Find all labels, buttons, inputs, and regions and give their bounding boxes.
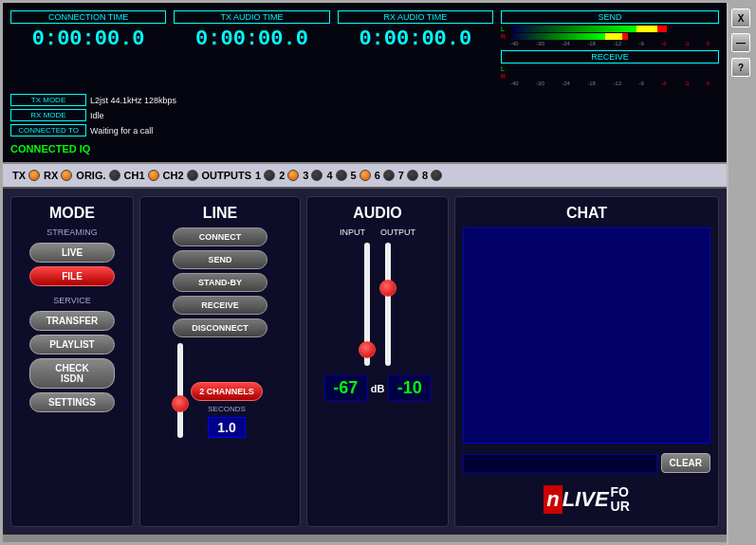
nav-out4-label: 4: [326, 170, 332, 181]
input-slider-track[interactable]: [364, 243, 370, 366]
audio-db-row: -67 dB -10: [324, 375, 432, 401]
nav-ch2[interactable]: CH2: [163, 170, 198, 181]
nav-out5-dot: [360, 170, 371, 181]
line-slider-container: [177, 343, 183, 438]
nav-out6-label: 6: [375, 170, 380, 181]
output-label: OUTPUT: [380, 227, 415, 237]
line-bottom-right: 2 CHANNELS SECONDS 1.0: [191, 382, 263, 438]
transfer-button[interactable]: TRANSFER: [29, 311, 115, 331]
rx-mode-row: RX MODE Idle: [10, 109, 314, 121]
tx-audio-time-value: 0:00:00.0: [195, 27, 308, 51]
logo-area: n LIVE FO UR: [544, 481, 630, 518]
send-button[interactable]: SEND: [173, 250, 267, 269]
logo-n: n: [544, 485, 562, 514]
nav-out1-dot: [264, 170, 275, 181]
connected-to-val: Waiting for a call: [90, 126, 153, 136]
nav-out8[interactable]: 8: [422, 170, 442, 181]
nav-ch1[interactable]: CH1: [124, 170, 159, 181]
input-label: INPUT: [340, 227, 365, 237]
playlist-button[interactable]: PLAYLIST: [29, 335, 115, 354]
nav-out7-dot: [407, 170, 418, 181]
receive-ch-r: R: [501, 73, 510, 80]
audio-panel-title: AUDIO: [353, 205, 402, 222]
tx-audio-time-block: TX AUDIO TIME 0:00:00.0: [174, 10, 329, 51]
logo-four: FO UR: [611, 485, 630, 515]
nav-rx-dot: [61, 170, 72, 181]
seconds-value: 1.0: [208, 417, 246, 438]
nav-out6-dot: [383, 170, 395, 181]
nav-out1-label: 1: [255, 170, 261, 181]
nav-tx[interactable]: TX: [12, 170, 40, 181]
connect-button[interactable]: CONNECT: [173, 227, 267, 246]
connected-to-row: CONNECTED TO Waiting for a call: [10, 124, 314, 136]
nav-out3[interactable]: 3: [303, 170, 323, 181]
nav-out8-label: 8: [422, 170, 428, 181]
connection-time-block: CONNECTION TIME 0:00:00.0: [10, 10, 166, 51]
nav-orig[interactable]: ORIG.: [76, 170, 120, 181]
help-button[interactable]: ?: [731, 58, 750, 77]
content-area: MODE STREAMING LIVE FILE SERVICE TRANSFE…: [3, 189, 727, 535]
seconds-label: SECONDS: [208, 405, 246, 413]
rx-mode-val: Idle: [90, 111, 104, 120]
nav-outputs[interactable]: OUTPUTS: [202, 170, 252, 181]
line-slider-track[interactable]: [177, 343, 183, 438]
connection-time-value: 0:00:00.0: [32, 27, 145, 51]
nav-out1[interactable]: 1: [255, 170, 275, 181]
line-slider-knob[interactable]: [172, 395, 189, 412]
disconnect-button[interactable]: DISCONNECT: [173, 318, 267, 337]
streaming-label: STREAMING: [46, 227, 98, 237]
nav-ch2-label: CH2: [163, 170, 184, 181]
nav-out6[interactable]: 6: [375, 170, 395, 181]
nav-bar: TX RX ORIG. CH1 CH2 OUTPUTS: [3, 162, 727, 189]
clear-button[interactable]: CLEAR: [661, 453, 710, 473]
nav-out2-label: 2: [279, 170, 285, 181]
settings-button[interactable]: SETTINGS: [29, 392, 115, 412]
chat-input[interactable]: [463, 454, 657, 473]
tx-audio-time-label: TX AUDIO TIME: [174, 10, 329, 24]
line-buttons: CONNECT SEND STAND-BY RECEIVE DISCONNECT: [173, 227, 267, 337]
service-section: SERVICE TRANSFER PLAYLIST CHECK ISDN SET…: [19, 296, 125, 414]
nav-ch1-label: CH1: [124, 170, 145, 181]
file-button[interactable]: FILE: [29, 266, 115, 286]
input-slider-knob[interactable]: [359, 341, 376, 358]
rx-audio-time-block: RX AUDIO TIME 0:00:00.0: [338, 10, 493, 51]
output-slider-track[interactable]: [385, 243, 391, 366]
connected-iq-label: CONNECTED IQ: [10, 143, 314, 154]
channels-button[interactable]: 2 CHANNELS: [191, 382, 263, 401]
output-slider-knob[interactable]: [379, 280, 396, 297]
connected-to-key: CONNECTED TO: [10, 124, 86, 136]
send-meter-label: SEND: [501, 10, 719, 24]
nav-orig-label: ORIG.: [76, 170, 105, 181]
rx-audio-time-value: 0:00:00.0: [359, 27, 471, 51]
minimize-button[interactable]: —: [731, 33, 750, 52]
top-section: CONNECTION TIME 0:00:00.0 TX AUDIO TIME …: [3, 3, 727, 162]
rx-mode-key: RX MODE: [10, 109, 86, 121]
chat-panel: CHAT CLEAR n LIVE FO UR: [454, 196, 719, 527]
line-panel: LINE CONNECT SEND STAND-BY RECEIVE DISCO…: [139, 196, 301, 527]
standby-button[interactable]: STAND-BY: [173, 273, 267, 292]
nav-out7[interactable]: 7: [398, 170, 418, 181]
receive-button[interactable]: RECEIVE: [173, 296, 267, 315]
close-button[interactable]: X: [731, 9, 750, 27]
input-slider-container: [364, 243, 370, 366]
nav-out4[interactable]: 4: [326, 170, 346, 181]
output-db-value: -10: [388, 375, 431, 401]
tx-mode-val: L2jst 44.1kHz 128kbps: [90, 96, 176, 105]
nav-out2[interactable]: 2: [279, 170, 299, 181]
nav-rx[interactable]: RX: [44, 170, 72, 181]
meters-section: SEND L R: [501, 10, 719, 86]
check-isdn-button[interactable]: CHECK ISDN: [29, 358, 115, 389]
nav-out3-label: 3: [303, 170, 308, 181]
nav-out5[interactable]: 5: [351, 170, 371, 181]
send-ch-r: R: [501, 33, 510, 40]
service-label: SERVICE: [53, 296, 90, 305]
audio-sliders: [364, 243, 391, 366]
nav-rx-label: RX: [44, 170, 58, 181]
live-button[interactable]: LIVE: [29, 243, 115, 263]
tx-mode-row: TX MODE L2jst 44.1kHz 128kbps: [10, 94, 314, 106]
line-bottom: 2 CHANNELS SECONDS 1.0: [148, 343, 292, 438]
nav-out3-dot: [311, 170, 323, 181]
nav-out7-label: 7: [398, 170, 404, 181]
nav-out8-dot: [431, 170, 442, 181]
window-controls: X — ?: [727, 3, 753, 545]
